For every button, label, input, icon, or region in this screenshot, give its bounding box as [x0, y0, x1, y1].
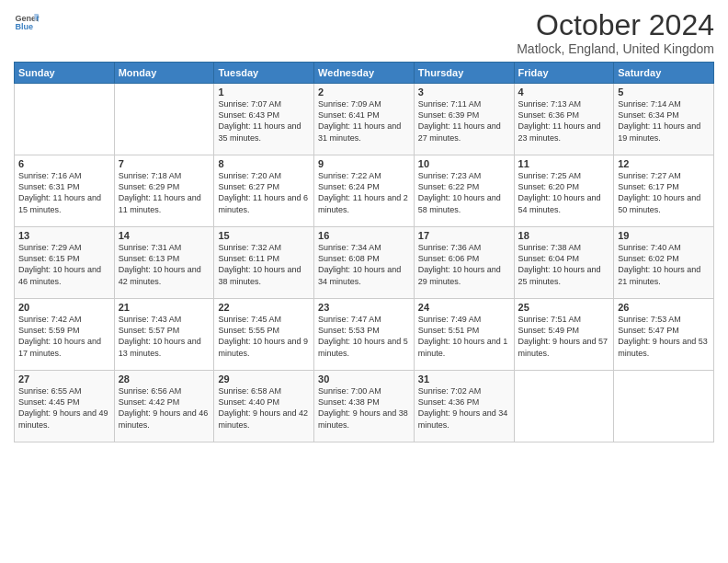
calendar-cell: 11Sunrise: 7:25 AMSunset: 6:20 PMDayligh… [514, 155, 614, 227]
day-info: Sunrise: 7:25 AMSunset: 6:20 PMDaylight:… [518, 170, 610, 215]
calendar-table: SundayMondayTuesdayWednesdayThursdayFrid… [14, 62, 714, 442]
calendar-cell: 26Sunrise: 7:53 AMSunset: 5:47 PMDayligh… [614, 299, 714, 371]
day-number: 23 [318, 302, 410, 313]
calendar-cell: 18Sunrise: 7:38 AMSunset: 6:04 PMDayligh… [514, 227, 614, 299]
day-info: Sunrise: 6:56 AMSunset: 4:42 PMDaylight:… [119, 385, 210, 431]
calendar-cell: 30Sunrise: 7:00 AMSunset: 4:38 PMDayligh… [314, 371, 415, 442]
day-info: Sunrise: 7:51 AMSunset: 5:49 PMDaylight:… [518, 314, 610, 359]
day-number: 30 [318, 373, 410, 385]
day-info: Sunrise: 7:20 AMSunset: 6:27 PMDaylight:… [218, 170, 310, 215]
title-block: October 2024 Matlock, England, United Ki… [517, 9, 714, 56]
day-number: 19 [618, 230, 710, 241]
day-info: Sunrise: 7:13 AMSunset: 6:36 PMDaylight:… [518, 98, 610, 144]
calendar-cell: 28Sunrise: 6:56 AMSunset: 4:42 PMDayligh… [114, 371, 214, 442]
calendar-cell: 15Sunrise: 7:32 AMSunset: 6:11 PMDayligh… [214, 227, 314, 299]
calendar-cell: 5Sunrise: 7:14 AMSunset: 6:34 PMDaylight… [614, 84, 714, 155]
day-info: Sunrise: 7:47 AMSunset: 5:53 PMDaylight:… [318, 314, 410, 359]
day-number: 13 [18, 230, 110, 241]
day-info: Sunrise: 7:18 AMSunset: 6:29 PMDaylight:… [119, 170, 210, 215]
svg-text:Blue: Blue [15, 22, 33, 31]
day-number: 16 [318, 230, 410, 241]
dow-header: Sunday [15, 63, 115, 84]
day-info: Sunrise: 7:38 AMSunset: 6:04 PMDaylight:… [518, 242, 610, 287]
day-info: Sunrise: 7:22 AMSunset: 6:24 PMDaylight:… [318, 170, 410, 215]
calendar-cell: 12Sunrise: 7:27 AMSunset: 6:17 PMDayligh… [614, 155, 714, 227]
dow-header: Wednesday [314, 63, 415, 84]
day-info: Sunrise: 7:53 AMSunset: 5:47 PMDaylight:… [618, 314, 710, 359]
location: Matlock, England, United Kingdom [517, 41, 714, 56]
day-number: 14 [119, 230, 210, 241]
day-info: Sunrise: 7:23 AMSunset: 6:22 PMDaylight:… [418, 170, 510, 215]
calendar-cell: 20Sunrise: 7:42 AMSunset: 5:59 PMDayligh… [15, 299, 115, 371]
day-number: 10 [418, 158, 510, 169]
day-number: 31 [418, 373, 510, 385]
logo-icon: General Blue [14, 9, 40, 35]
calendar-cell: 24Sunrise: 7:49 AMSunset: 5:51 PMDayligh… [414, 299, 514, 371]
calendar-cell: 1Sunrise: 7:07 AMSunset: 6:43 PMDaylight… [214, 84, 314, 155]
day-number: 24 [418, 302, 510, 313]
calendar-cell: 9Sunrise: 7:22 AMSunset: 6:24 PMDaylight… [314, 155, 415, 227]
dow-header: Tuesday [214, 63, 314, 84]
day-number: 6 [18, 158, 110, 169]
header: General Blue October 2024 Matlock, Engla… [14, 9, 714, 56]
day-number: 29 [218, 373, 310, 385]
day-number: 27 [18, 373, 110, 385]
day-number: 8 [218, 158, 310, 169]
calendar-cell: 3Sunrise: 7:11 AMSunset: 6:39 PMDaylight… [414, 84, 514, 155]
day-number: 20 [18, 302, 110, 313]
calendar-cell: 31Sunrise: 7:02 AMSunset: 4:36 PMDayligh… [414, 371, 514, 442]
day-number: 12 [618, 158, 710, 169]
day-info: Sunrise: 7:49 AMSunset: 5:51 PMDaylight:… [418, 314, 510, 359]
day-number: 11 [518, 158, 610, 169]
calendar-cell [114, 84, 214, 155]
calendar-week-row: 6Sunrise: 7:16 AMSunset: 6:31 PMDaylight… [15, 155, 714, 227]
dow-header: Monday [114, 63, 214, 84]
calendar-cell: 10Sunrise: 7:23 AMSunset: 6:22 PMDayligh… [414, 155, 514, 227]
day-number: 21 [119, 302, 210, 313]
day-number: 17 [418, 230, 510, 241]
calendar-cell: 13Sunrise: 7:29 AMSunset: 6:15 PMDayligh… [15, 227, 115, 299]
day-info: Sunrise: 7:36 AMSunset: 6:06 PMDaylight:… [418, 242, 510, 287]
day-number: 2 [318, 86, 410, 98]
calendar-cell: 27Sunrise: 6:55 AMSunset: 4:45 PMDayligh… [15, 371, 115, 442]
day-number: 28 [119, 373, 210, 385]
calendar-cell: 16Sunrise: 7:34 AMSunset: 6:08 PMDayligh… [314, 227, 415, 299]
day-info: Sunrise: 7:14 AMSunset: 6:34 PMDaylight:… [618, 98, 710, 144]
day-number: 5 [618, 86, 710, 98]
day-number: 25 [518, 302, 610, 313]
calendar-cell: 17Sunrise: 7:36 AMSunset: 6:06 PMDayligh… [414, 227, 514, 299]
calendar-cell [15, 84, 115, 155]
calendar-cell: 2Sunrise: 7:09 AMSunset: 6:41 PMDaylight… [314, 84, 415, 155]
calendar-week-row: 20Sunrise: 7:42 AMSunset: 5:59 PMDayligh… [15, 299, 714, 371]
calendar-week-row: 27Sunrise: 6:55 AMSunset: 4:45 PMDayligh… [15, 371, 714, 442]
day-number: 22 [218, 302, 310, 313]
dow-header: Saturday [614, 63, 714, 84]
page: General Blue October 2024 Matlock, Engla… [0, 0, 728, 563]
day-info: Sunrise: 7:09 AMSunset: 6:41 PMDaylight:… [318, 98, 410, 144]
day-number: 26 [618, 302, 710, 313]
day-info: Sunrise: 7:42 AMSunset: 5:59 PMDaylight:… [18, 314, 110, 359]
calendar-cell: 19Sunrise: 7:40 AMSunset: 6:02 PMDayligh… [614, 227, 714, 299]
day-info: Sunrise: 7:34 AMSunset: 6:08 PMDaylight:… [318, 242, 410, 287]
day-number: 4 [518, 86, 610, 98]
calendar-week-row: 1Sunrise: 7:07 AMSunset: 6:43 PMDaylight… [15, 84, 714, 155]
day-number: 9 [318, 158, 410, 169]
day-info: Sunrise: 7:43 AMSunset: 5:57 PMDaylight:… [119, 314, 210, 359]
calendar-cell [614, 371, 714, 442]
dow-header: Thursday [414, 63, 514, 84]
calendar-cell: 23Sunrise: 7:47 AMSunset: 5:53 PMDayligh… [314, 299, 415, 371]
calendar-cell: 7Sunrise: 7:18 AMSunset: 6:29 PMDaylight… [114, 155, 214, 227]
day-info: Sunrise: 7:31 AMSunset: 6:13 PMDaylight:… [119, 242, 210, 287]
calendar-cell: 29Sunrise: 6:58 AMSunset: 4:40 PMDayligh… [214, 371, 314, 442]
day-info: Sunrise: 7:11 AMSunset: 6:39 PMDaylight:… [418, 98, 510, 144]
month-title: October 2024 [517, 9, 714, 41]
day-number: 15 [218, 230, 310, 241]
calendar-cell: 14Sunrise: 7:31 AMSunset: 6:13 PMDayligh… [114, 227, 214, 299]
day-info: Sunrise: 7:16 AMSunset: 6:31 PMDaylight:… [18, 170, 110, 215]
calendar-cell: 21Sunrise: 7:43 AMSunset: 5:57 PMDayligh… [114, 299, 214, 371]
day-info: Sunrise: 7:32 AMSunset: 6:11 PMDaylight:… [218, 242, 310, 287]
day-info: Sunrise: 6:55 AMSunset: 4:45 PMDaylight:… [18, 385, 110, 431]
calendar-cell: 8Sunrise: 7:20 AMSunset: 6:27 PMDaylight… [214, 155, 314, 227]
calendar-cell: 22Sunrise: 7:45 AMSunset: 5:55 PMDayligh… [214, 299, 314, 371]
calendar-week-row: 13Sunrise: 7:29 AMSunset: 6:15 PMDayligh… [15, 227, 714, 299]
